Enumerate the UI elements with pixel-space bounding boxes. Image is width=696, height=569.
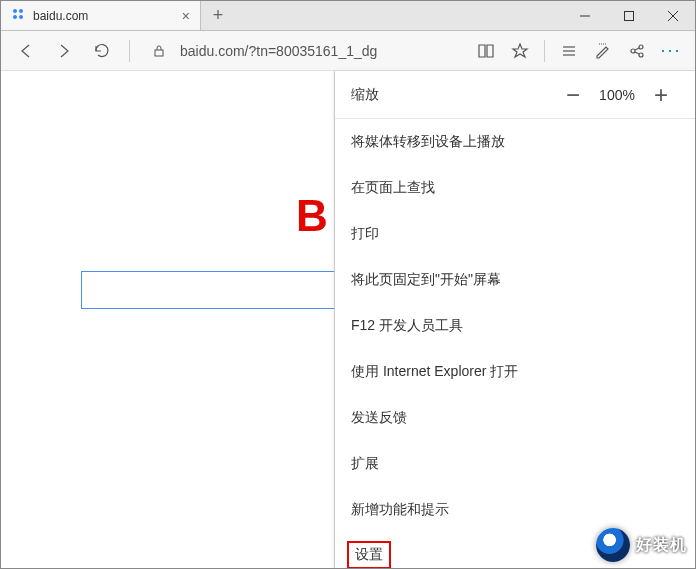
share-icon[interactable] xyxy=(621,34,653,68)
lock-icon xyxy=(146,44,172,58)
back-button[interactable] xyxy=(9,34,43,68)
menu-item-find[interactable]: 在页面上查找 xyxy=(335,165,695,211)
watermark-eye-icon xyxy=(596,528,630,562)
address-bar[interactable]: baidu.com/?tn=80035161_1_dg xyxy=(176,37,466,65)
hub-icon[interactable] xyxy=(553,34,585,68)
svg-point-1 xyxy=(19,9,23,13)
menu-item-whatsnew[interactable]: 新增功能和提示 xyxy=(335,487,695,533)
forward-button[interactable] xyxy=(47,34,81,68)
menu-item-devtools[interactable]: F12 开发人员工具 xyxy=(335,303,695,349)
reading-view-icon[interactable] xyxy=(470,34,502,68)
tab-close-button[interactable]: × xyxy=(182,8,190,24)
menu-item-cast[interactable]: 将媒体转移到设备上播放 xyxy=(335,119,695,165)
maximize-button[interactable] xyxy=(607,1,651,30)
svg-point-14 xyxy=(639,45,643,49)
refresh-button[interactable] xyxy=(85,34,119,68)
svg-line-16 xyxy=(635,48,639,50)
watermark: 好装机 xyxy=(596,528,687,562)
svg-line-17 xyxy=(635,52,639,54)
browser-tab[interactable]: baidu.com × xyxy=(1,1,201,30)
toolbar-divider-2 xyxy=(544,40,545,62)
minimize-button[interactable] xyxy=(563,1,607,30)
svg-point-13 xyxy=(631,49,635,53)
svg-point-0 xyxy=(13,9,17,13)
svg-point-2 xyxy=(13,15,17,19)
zoom-out-button[interactable]: − xyxy=(555,81,591,109)
new-tab-button[interactable]: + xyxy=(201,1,235,30)
notes-icon[interactable] xyxy=(587,34,619,68)
close-window-button[interactable] xyxy=(651,1,695,30)
window-controls xyxy=(563,1,695,30)
toolbar: baidu.com/?tn=80035161_1_dg ··· xyxy=(1,31,695,71)
toolbar-divider xyxy=(129,40,130,62)
toolbar-right: ··· xyxy=(470,34,687,68)
tab-title: baidu.com xyxy=(33,9,88,23)
menu-item-pin-start[interactable]: 将此页固定到"开始"屏幕 xyxy=(335,257,695,303)
settings-menu: 缩放 − 100% + 将媒体转移到设备上播放 在页面上查找 打印 将此页固定到… xyxy=(334,71,695,569)
menu-item-extensions[interactable]: 扩展 xyxy=(335,441,695,487)
watermark-text: 好装机 xyxy=(636,535,687,556)
menu-item-print[interactable]: 打印 xyxy=(335,211,695,257)
more-menu-button[interactable]: ··· xyxy=(655,34,687,68)
svg-rect-5 xyxy=(625,11,634,20)
menu-item-feedback[interactable]: 发送反馈 xyxy=(335,395,695,441)
svg-rect-8 xyxy=(155,50,163,56)
menu-item-open-ie[interactable]: 使用 Internet Explorer 打开 xyxy=(335,349,695,395)
tab-bar: baidu.com × + xyxy=(1,1,695,31)
menu-item-settings[interactable]: 设置 xyxy=(347,541,391,569)
baidu-logo: B xyxy=(296,191,328,241)
zoom-value: 100% xyxy=(591,87,643,103)
zoom-label: 缩放 xyxy=(351,86,555,104)
svg-point-15 xyxy=(639,53,643,57)
svg-point-3 xyxy=(19,15,23,19)
baidu-favicon-icon xyxy=(11,7,25,24)
zoom-in-button[interactable]: + xyxy=(643,81,679,109)
zoom-row: 缩放 − 100% + xyxy=(335,71,695,119)
favorites-icon[interactable] xyxy=(504,34,536,68)
